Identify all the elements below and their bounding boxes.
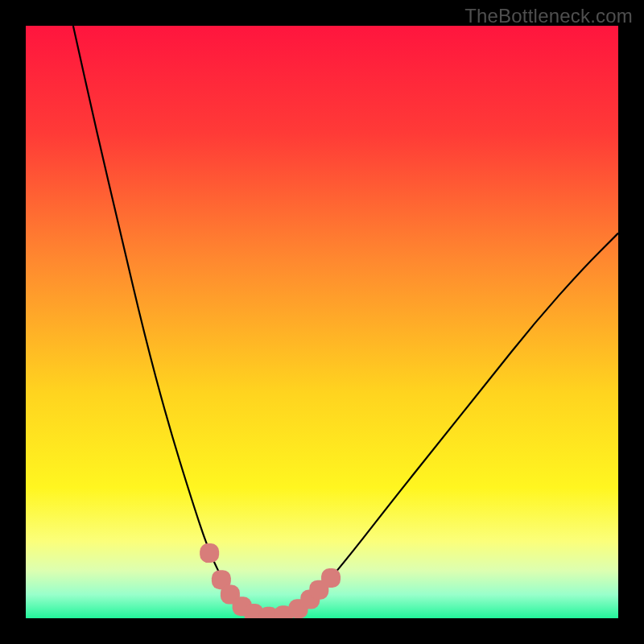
bottleneck-chart: [26, 26, 618, 618]
sample-marker: [200, 543, 219, 563]
watermark-text: TheBottleneck.com: [464, 5, 633, 27]
sample-marker: [321, 568, 341, 588]
outer-frame: TheBottleneck.com: [0, 0, 644, 644]
plot-area: [26, 26, 618, 618]
gradient-background: [26, 26, 618, 618]
